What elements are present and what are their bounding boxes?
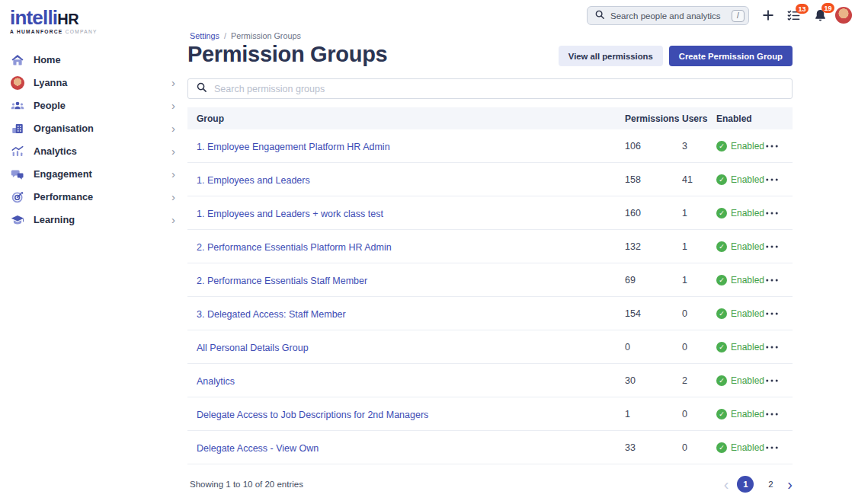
- check-icon: ✓: [716, 342, 727, 352]
- learning-icon: [10, 212, 25, 228]
- sidebar-item-performance[interactable]: Performance›: [0, 186, 187, 209]
- table-row: 2. Performance Essentials Platform HR Ad…: [187, 230, 793, 263]
- table-row: 1. Employees and Leaders + work class te…: [187, 196, 793, 230]
- column-header-users: Users: [682, 113, 716, 124]
- users-count: 1: [682, 241, 716, 252]
- users-count: 2: [682, 375, 716, 386]
- logo-tagline: A HUMANFORCE COMPANY: [10, 30, 187, 35]
- sidebar-item-label: Lyanna: [34, 77, 67, 88]
- row-actions-button[interactable]: [766, 178, 793, 181]
- check-icon: ✓: [716, 375, 727, 386]
- table-row: Delegate Access - View Own330✓Enabled: [187, 431, 793, 464]
- permissions-count: 158: [625, 174, 682, 185]
- sidebar-item-label: Organisation: [34, 123, 94, 134]
- status-badge: ✓Enabled: [716, 275, 766, 285]
- table-row: 3. Delegated Access: Staff Member1540✓En…: [187, 297, 793, 330]
- status-label: Enabled: [731, 342, 764, 352]
- pagination-next-icon[interactable]: ›: [787, 477, 793, 492]
- sidebar-item-lyanna[interactable]: Lyanna›: [0, 72, 187, 94]
- user-avatar: [10, 75, 25, 91]
- table-body: 1. Employee Engagement Platform HR Admin…: [187, 129, 793, 464]
- status-badge: ✓Enabled: [716, 409, 766, 419]
- column-header-permissions: Permissions: [625, 113, 682, 124]
- user-avatar[interactable]: [835, 7, 852, 24]
- group-name-link[interactable]: 2. Performance Essentials Platform HR Ad…: [197, 242, 392, 253]
- row-actions-button[interactable]: [766, 413, 793, 416]
- pagination-page-2[interactable]: 2: [762, 476, 779, 493]
- create-permission-group-button[interactable]: Create Permission Group: [669, 46, 793, 66]
- chevron-right-icon: ›: [171, 191, 175, 203]
- row-actions-button[interactable]: [766, 446, 793, 449]
- table-footer: Showing 1 to 10 of 20 entries ‹ 12 ›: [190, 474, 793, 495]
- pagination-page-1[interactable]: 1: [737, 476, 754, 493]
- permissions-count: 160: [625, 208, 682, 219]
- group-name-link[interactable]: Analytics: [197, 376, 235, 387]
- pagination: ‹ 12 ›: [724, 476, 793, 493]
- row-actions-button[interactable]: [766, 212, 793, 215]
- group-name-link[interactable]: 1. Employee Engagement Platform HR Admin: [197, 142, 390, 152]
- sidebar-item-label: Engagement: [34, 168, 92, 180]
- tasks-badge: 13: [796, 4, 809, 14]
- row-actions-button[interactable]: [766, 145, 793, 148]
- users-count: 1: [682, 208, 716, 219]
- check-icon: ✓: [716, 308, 727, 319]
- sidebar-item-label: Performance: [34, 191, 93, 203]
- pagination-pages: 12: [737, 476, 779, 493]
- group-name-link[interactable]: Delegate Access to Job Descriptions for …: [197, 410, 428, 420]
- status-badge: ✓Enabled: [716, 174, 766, 185]
- status-badge: ✓Enabled: [716, 375, 766, 386]
- group-name-link[interactable]: 1. Employees and Leaders: [197, 175, 310, 186]
- group-name-link[interactable]: 1. Employees and Leaders + work class te…: [197, 209, 383, 219]
- table-row: Analytics302✓Enabled: [187, 364, 793, 397]
- sidebar-item-engagement[interactable]: Engagement›: [0, 163, 187, 186]
- row-actions-button[interactable]: [766, 279, 793, 282]
- permissions-count: 30: [625, 375, 682, 386]
- engagement-icon: [10, 167, 25, 182]
- pagination-prev-icon[interactable]: ‹: [724, 477, 729, 492]
- group-name-link[interactable]: 3. Delegated Access: Staff Member: [197, 309, 346, 320]
- sidebar-item-learning[interactable]: Learning›: [0, 209, 187, 231]
- logo-text: intelli: [10, 6, 57, 29]
- sidebar-item-analytics[interactable]: Analytics›: [0, 140, 187, 163]
- group-name-link[interactable]: 2. Performance Essentials Staff Member: [197, 276, 367, 286]
- row-actions-button[interactable]: [766, 346, 793, 349]
- intellihr-logo[interactable]: intelliHR A HUMANFORCE COMPANY: [0, 0, 187, 35]
- sidebar-nav: HomeLyanna›People›Organisation›Analytics…: [0, 49, 187, 231]
- breadcrumb-settings-link[interactable]: Settings: [190, 31, 219, 40]
- status-label: Enabled: [731, 141, 764, 152]
- users-count: 0: [682, 442, 716, 453]
- chevron-right-icon: ›: [171, 168, 175, 180]
- status-badge: ✓Enabled: [716, 208, 766, 219]
- chevron-right-icon: ›: [171, 145, 175, 157]
- sidebar-item-organisation[interactable]: Organisation›: [0, 117, 187, 140]
- search-icon: [594, 9, 605, 23]
- column-header-group: Group: [187, 113, 625, 124]
- sidebar-item-label: Learning: [34, 214, 75, 225]
- sidebar-item-label: People: [34, 100, 66, 111]
- view-all-permissions-button[interactable]: View all permissions: [559, 46, 663, 66]
- table-header: Group Permissions Users Enabled: [187, 107, 793, 129]
- sidebar-item-people[interactable]: People›: [0, 94, 187, 117]
- users-count: 0: [682, 409, 716, 419]
- check-icon: ✓: [716, 409, 727, 419]
- permissions-count: 132: [625, 241, 682, 252]
- global-search-input[interactable]: [610, 11, 732, 21]
- row-actions-button[interactable]: [766, 245, 793, 248]
- sidebar-item-home[interactable]: Home: [0, 49, 187, 72]
- slash-shortcut-chip: /: [732, 10, 745, 22]
- row-actions-button[interactable]: [766, 312, 793, 315]
- group-name-link[interactable]: Delegate Access - View Own: [197, 443, 319, 454]
- page-title: Permission Groups: [187, 42, 387, 67]
- permissions-count: 0: [625, 342, 682, 352]
- quick-add-button[interactable]: [761, 8, 776, 25]
- permission-group-search-input[interactable]: [214, 84, 784, 94]
- status-label: Enabled: [731, 208, 764, 219]
- global-search[interactable]: /: [587, 6, 749, 25]
- check-icon: ✓: [716, 208, 727, 219]
- status-badge: ✓Enabled: [716, 308, 766, 319]
- table-row: 2. Performance Essentials Staff Member69…: [187, 263, 793, 297]
- row-actions-button[interactable]: [766, 379, 793, 382]
- table-row: 1. Employee Engagement Platform HR Admin…: [187, 129, 793, 163]
- group-name-link[interactable]: All Personal Details Group: [197, 343, 309, 353]
- permission-group-search[interactable]: [187, 78, 793, 99]
